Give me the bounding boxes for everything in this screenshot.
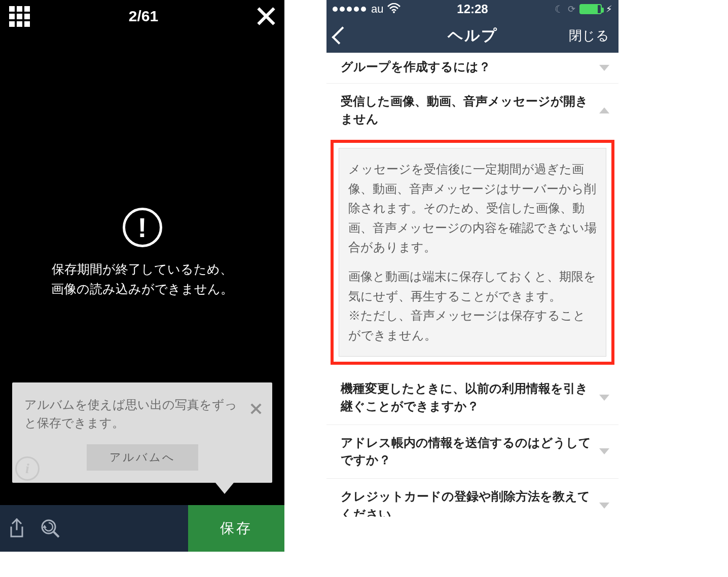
help-list: グループを作成するには？ 受信した画像、動画、音声メッセージが開きません メッセ… (326, 53, 618, 517)
back-icon[interactable] (336, 28, 346, 43)
grid-icon[interactable] (9, 6, 30, 27)
album-button[interactable]: アルバムへ (87, 444, 198, 471)
warning-icon: ! (123, 208, 162, 247)
navbar-close-button[interactable]: 閉じる (569, 27, 609, 45)
moon-icon: ☾ (555, 3, 564, 15)
album-tooltip: アルバムを使えば思い出の写真をずっと保存できます。 アルバムへ i (12, 382, 272, 483)
status-time: 12:28 (457, 2, 488, 16)
battery-icon (579, 4, 602, 14)
help-item[interactable]: グループを作成するには？ (326, 53, 618, 84)
close-icon[interactable] (257, 7, 275, 25)
svg-point-3 (393, 11, 395, 13)
charging-icon: ⚡︎ (606, 4, 612, 15)
info-icon: i (15, 456, 40, 481)
answer-paragraph: メッセージを受信後に一定期間が過ぎた画像、動画、音声メッセージはサーバーから削除… (348, 160, 597, 257)
help-item-title: アドレス帳内の情報を送信するのはどうしてですか？ (341, 436, 591, 467)
rotation-lock-icon: ⟳ (568, 4, 575, 15)
chevron-down-icon (599, 503, 609, 509)
help-item-expanded[interactable]: 受信した画像、動画、音声メッセージが開きません (326, 84, 618, 137)
help-item[interactable]: クレジットカードの登録や削除方法を教えてください (326, 479, 618, 517)
error-line-1: 保存期間が終了しているため、 (51, 259, 233, 279)
answer-paragraph: 画像と動画は端末に保存しておくと、期限を気にせず、再生することができます。 ※た… (348, 267, 597, 345)
help-screen: au 12:28 ☾ ⟳ ⚡︎ ヘルプ 閉じる グループを作成するには？ 受信し… (326, 0, 618, 517)
chevron-down-icon (599, 448, 609, 454)
error-message-block: ! 保存期間が終了しているため、 画像の読み込みができません。 (0, 208, 284, 299)
chevron-down-icon (599, 65, 609, 71)
signal-icon (333, 7, 366, 12)
svg-marker-2 (43, 525, 47, 528)
chevron-down-icon (599, 395, 609, 401)
svg-line-1 (54, 532, 59, 537)
share-icon[interactable] (0, 505, 33, 552)
exclamation-icon: ! (138, 214, 147, 241)
help-item-title: 機種変更したときに、以前の利用情報を引き継ぐことができますか？ (341, 381, 588, 413)
help-item-title: グループを作成するには？ (341, 60, 491, 73)
status-bar: au 12:28 ☾ ⟳ ⚡︎ (326, 0, 618, 18)
help-item-title: 受信した画像、動画、音声メッセージが開きません (341, 94, 588, 126)
image-counter: 2/61 (129, 8, 158, 25)
error-text: 保存期間が終了しているため、 画像の読み込みができません。 (51, 259, 233, 299)
chevron-up-icon (599, 107, 609, 113)
help-navbar: ヘルプ 閉じる (326, 18, 618, 53)
error-line-2: 画像の読み込みができません。 (51, 279, 233, 299)
tooltip-text: アルバムを使えば思い出の写真をずっと保存できます。 (24, 396, 260, 432)
help-item-title: クレジットカードの登録や削除方法を教えてください (341, 489, 590, 517)
help-answer: メッセージを受信後に一定期間が過ぎた画像、動画、音声メッセージはサーバーから削除… (339, 148, 606, 357)
save-button[interactable]: 保存 (188, 505, 284, 552)
help-item[interactable]: 機種変更したときに、以前の利用情報を引き継ぐことができますか？ (326, 371, 618, 425)
viewer-bottombar: 保存 (0, 505, 284, 552)
highlighted-answer: メッセージを受信後に一定期間が過ぎた画像、動画、音声メッセージはサーバーから削除… (331, 140, 614, 365)
refresh-search-icon[interactable] (33, 505, 67, 552)
image-viewer-screen: 2/61 ! 保存期間が終了しているため、 画像の読み込みができません。 アルバ… (0, 0, 284, 552)
tooltip-close-icon[interactable] (250, 403, 262, 415)
help-item[interactable]: アドレス帳内の情報を送信するのはどうしてですか？ (326, 425, 618, 479)
carrier-label: au (371, 3, 383, 16)
viewer-topbar: 2/61 (0, 0, 284, 32)
wifi-icon (387, 3, 401, 16)
navbar-title: ヘルプ (448, 25, 498, 46)
